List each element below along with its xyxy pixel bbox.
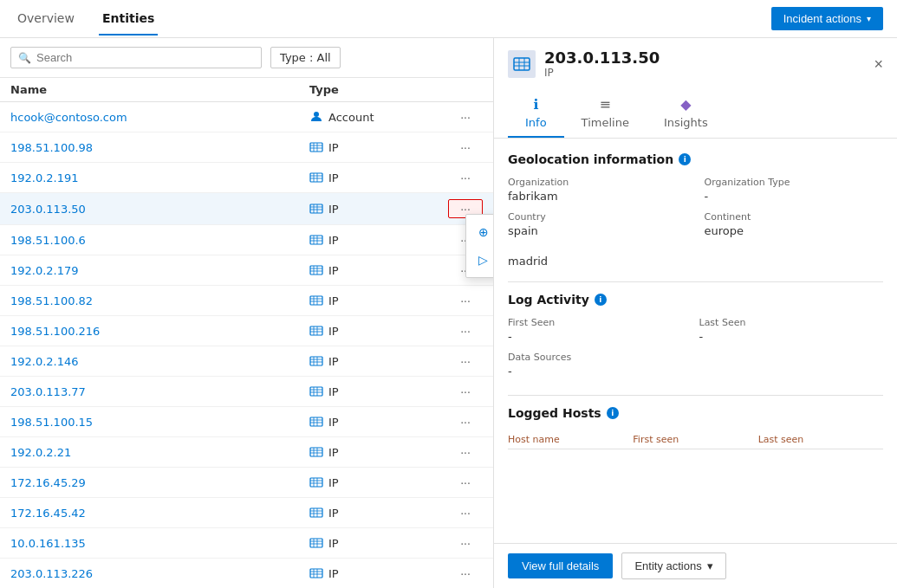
geo-grid: Organization fabrikam Organization Type …: [508, 177, 883, 237]
entity-link[interactable]: 172.16.45.42: [10, 507, 309, 520]
table-row[interactable]: 198.51.100.6 IP ···: [0, 225, 493, 255]
close-button[interactable]: ×: [874, 56, 883, 72]
search-input[interactable]: [36, 51, 254, 64]
table-row-selected[interactable]: 203.0.113.50 IP ··· ⊕ Add to TI (Preview…: [0, 193, 493, 225]
entity-link[interactable]: 198.51.100.82: [10, 294, 309, 307]
search-icon: 🔍: [18, 52, 31, 64]
more-options-button[interactable]: ···: [448, 108, 483, 126]
entity-actions-button[interactable]: Entity actions ▾: [621, 552, 725, 579]
more-options-button[interactable]: ···: [448, 352, 483, 370]
entity-name-block: 203.0.113.50 IP: [544, 48, 660, 79]
table-row[interactable]: 198.51.100.216 IP ···: [0, 316, 493, 346]
table-row[interactable]: 198.51.100.82 IP ···: [0, 286, 493, 316]
ip-icon: [309, 566, 323, 580]
table-row[interactable]: 203.0.113.77 IP ···: [0, 377, 493, 407]
run-playbook-menu-item[interactable]: ▷ Run playbook (Preview): [466, 246, 493, 274]
incident-actions-button[interactable]: Incident actions ▾: [771, 7, 883, 30]
more-options-button[interactable]: ···: [448, 322, 483, 339]
table-row[interactable]: 198.51.100.98 IP ···: [0, 132, 493, 163]
table-row[interactable]: 192.0.2.179 IP ···: [0, 255, 493, 286]
ip-icon: [309, 384, 323, 398]
entity-link[interactable]: 192.0.2.21: [10, 446, 309, 459]
chevron-down-icon: ▾: [867, 14, 871, 23]
left-panel: 🔍 Type : All Name Type hcook@contoso.com: [0, 38, 494, 588]
view-full-details-button[interactable]: View full details: [508, 553, 613, 578]
svg-rect-41: [310, 387, 322, 396]
ip-icon: [309, 506, 323, 520]
more-options-button[interactable]: ···: [448, 504, 483, 521]
svg-rect-66: [310, 539, 322, 547]
table-row[interactable]: 172.16.45.42 IP ···: [0, 498, 493, 528]
table-header: Name Type: [0, 78, 493, 102]
more-options-button[interactable]: ···: [448, 534, 483, 552]
country-item: Country spain: [508, 211, 687, 237]
tab-info[interactable]: ℹ Info: [508, 89, 564, 138]
type-filter[interactable]: Type : All: [270, 47, 341, 68]
hosts-info-icon: i: [607, 407, 619, 419]
type-cell: Account: [309, 110, 448, 124]
entity-link[interactable]: 172.16.45.29: [10, 476, 309, 489]
type-cell: IP: [309, 140, 448, 154]
info-tab-icon: ℹ: [533, 96, 538, 113]
type-cell: IP: [309, 233, 448, 247]
entity-link[interactable]: 10.0.161.135: [10, 537, 309, 550]
account-icon: [309, 110, 323, 124]
table-row[interactable]: hcook@contoso.com Account ···: [0, 102, 493, 132]
geolocation-section: Geolocation information i Organization f…: [508, 152, 883, 268]
table-row[interactable]: 192.0.2.21 IP ···: [0, 437, 493, 468]
divider: [508, 281, 883, 282]
detail-content: Geolocation information i Organization f…: [494, 139, 897, 543]
table-row[interactable]: 198.51.100.15 IP ···: [0, 407, 493, 437]
entity-link[interactable]: 192.0.2.179: [10, 264, 309, 277]
type-cell: IP: [309, 171, 448, 184]
timeline-tab-icon: ≡: [600, 96, 611, 113]
ip-icon: [309, 354, 323, 368]
detail-tabs: ℹ Info ≡ Timeline ◆ Insights: [508, 89, 883, 138]
tab-overview[interactable]: Overview: [14, 3, 78, 36]
entity-link[interactable]: 192.0.2.146: [10, 355, 309, 368]
logged-hosts-section: Logged Hosts i Host name First seen Last…: [508, 406, 883, 449]
more-options-button[interactable]: ···: [448, 139, 483, 156]
svg-point-0: [314, 112, 319, 117]
add-to-ti-menu-item[interactable]: ⊕ Add to TI (Preview): [466, 218, 493, 246]
table-row[interactable]: 192.0.2.191 IP ···: [0, 163, 493, 193]
tab-entities[interactable]: Entities: [99, 3, 158, 36]
table-row[interactable]: 192.0.2.146 IP ···: [0, 346, 493, 377]
svg-rect-26: [310, 296, 322, 305]
tab-insights[interactable]: ◆ Insights: [647, 89, 725, 138]
table-row[interactable]: 203.0.113.226 IP ···: [0, 559, 493, 588]
type-cell: IP: [309, 445, 448, 459]
play-icon: ▷: [478, 253, 488, 267]
svg-rect-1: [310, 143, 322, 152]
type-cell: IP: [309, 566, 448, 580]
more-options-button[interactable]: ···: [448, 413, 483, 430]
table-row[interactable]: 172.16.45.29 IP ···: [0, 468, 493, 498]
table-row[interactable]: 10.0.161.135 IP ···: [0, 528, 493, 559]
svg-rect-56: [310, 478, 322, 487]
svg-rect-6: [310, 173, 322, 182]
entity-link[interactable]: hcook@contoso.com: [10, 111, 309, 124]
svg-rect-31: [310, 326, 322, 335]
entity-link[interactable]: 192.0.2.191: [10, 171, 309, 184]
entity-link[interactable]: 203.0.113.50: [10, 203, 309, 216]
name-column-header: Name: [10, 83, 309, 96]
type-column-header: Type: [309, 83, 448, 96]
geolocation-title: Geolocation information i: [508, 152, 883, 166]
first-seen-item: First Seen -: [508, 317, 692, 343]
more-options-button[interactable]: ···: [448, 169, 483, 186]
entity-link[interactable]: 203.0.113.226: [10, 567, 309, 580]
entity-link[interactable]: 198.51.100.98: [10, 141, 309, 154]
more-options-button[interactable]: ···: [448, 474, 483, 491]
more-options-button[interactable]: ···: [448, 383, 483, 400]
entity-link[interactable]: 198.51.100.216: [10, 325, 309, 338]
entity-link[interactable]: 198.51.100.15: [10, 416, 309, 429]
hosts-table-header: Host name First seen Last seen: [508, 430, 883, 449]
search-input-wrap[interactable]: 🔍: [10, 47, 262, 68]
more-options-button[interactable]: ···: [448, 292, 483, 309]
entity-link[interactable]: 203.0.113.77: [10, 385, 309, 398]
type-cell: IP: [309, 475, 448, 489]
more-options-button[interactable]: ···: [448, 565, 483, 582]
more-options-button[interactable]: ···: [448, 443, 483, 461]
entity-link[interactable]: 198.51.100.6: [10, 234, 309, 247]
tab-timeline[interactable]: ≡ Timeline: [564, 89, 647, 138]
